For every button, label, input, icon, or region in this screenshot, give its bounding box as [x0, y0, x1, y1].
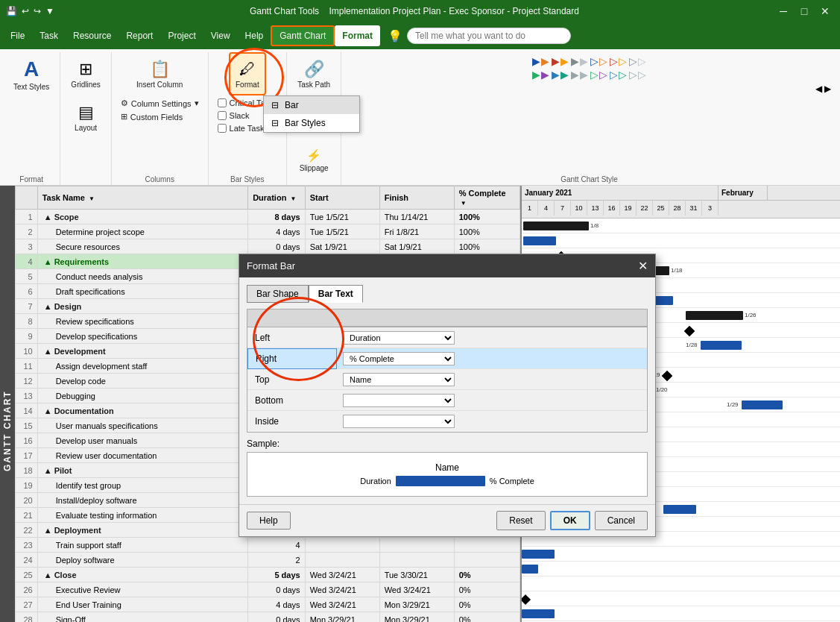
scroll-left-icon[interactable]: ◀ — [815, 84, 822, 94]
start-header[interactable]: Start — [305, 186, 379, 210]
gantt-bar[interactable] — [686, 311, 743, 320]
search-input[interactable] — [407, 28, 571, 44]
menu-gantt-chart[interactable]: Gantt Chart — [271, 25, 335, 46]
task-name-cell: Assign development staff — [37, 359, 247, 374]
row-number: 10 — [16, 344, 38, 359]
late-tasks-checkbox[interactable] — [218, 124, 227, 133]
gantt-chart-row — [522, 606, 840, 621]
style-set-6[interactable]: ▷ ▷ ▷ ▷ — [629, 55, 646, 81]
table-row[interactable]: 24Deploy software2 — [16, 553, 520, 568]
menu-resource[interactable]: Resource — [66, 25, 119, 46]
close-button[interactable]: ✕ — [816, 4, 834, 19]
finish-cell: Mon 3/29/21 — [379, 597, 454, 612]
task-name-cell: Determine project scope — [37, 224, 247, 239]
menu-help[interactable]: Help — [238, 25, 271, 46]
gantt-chart-row — [522, 577, 840, 591]
custom-fields-button[interactable]: ⊞ Custom Fields — [118, 110, 202, 123]
gantt-bar[interactable] — [663, 505, 696, 514]
style-set-3[interactable]: ▶ ▶ ▶ ▶ — [571, 55, 588, 81]
format-bar-dialog[interactable]: Format Bar ✕ Bar Shape Bar Text Left Dur… — [239, 254, 656, 537]
quick-access-more[interactable]: ▼ — [45, 6, 54, 16]
duration-header[interactable]: Duration ▼ — [248, 186, 305, 210]
undo-icon[interactable]: ↩ — [22, 6, 29, 16]
field-left-select[interactable]: Duration Name % Complete Start Finish — [343, 331, 455, 345]
row-number: 18 — [16, 463, 38, 478]
insert-col-icon: 📋 — [150, 60, 170, 79]
reset-button[interactable]: Reset — [496, 511, 545, 530]
task-name-cell: ▲ Deployment — [37, 523, 247, 538]
gantt-bar[interactable] — [523, 222, 589, 230]
gantt-bar[interactable] — [742, 400, 783, 409]
bar-text-tab[interactable]: Bar Text — [309, 285, 363, 303]
scroll-right-icon[interactable]: ▶ — [824, 84, 831, 94]
complete-cell: 0% — [454, 582, 520, 597]
slack-checkbox[interactable] — [218, 111, 227, 120]
dropdown-bar-styles-item[interactable]: ⊟ Bar Styles — [264, 114, 359, 132]
gantt-bar[interactable] — [523, 236, 556, 245]
field-right-select[interactable]: % Complete Name Duration Start Finish — [343, 352, 455, 365]
bar-shape-tab[interactable]: Bar Shape — [247, 285, 309, 303]
table-row[interactable]: 26Executive Review0 daysWed 3/24/21Wed 3… — [16, 582, 520, 597]
task-name-cell: Sign-Off — [37, 612, 247, 623]
critical-tasks-checkbox[interactable] — [218, 98, 227, 107]
position-inside[interactable]: Inside — [247, 411, 337, 432]
format-button[interactable]: 🖊 Format — [229, 52, 266, 95]
menu-task[interactable]: Task — [32, 25, 66, 46]
gridlines-button[interactable]: ⊞ Gridlines — [66, 52, 104, 95]
dropdown-bar-item[interactable]: ⊟ Bar — [264, 96, 359, 114]
gantt-bar[interactable] — [522, 565, 538, 574]
gantt-bar[interactable] — [701, 341, 742, 350]
table-row[interactable]: 1▲ Scope8 daysTue 1/5/21Thu 1/14/21100% — [16, 210, 520, 224]
column-settings-button[interactable]: ⚙ Column Settings ▾ — [118, 97, 202, 110]
table-row[interactable]: 25▲ Close5 daysWed 3/24/21Tue 3/30/210% — [16, 568, 520, 582]
task-name-cell: Identify test group — [37, 478, 247, 493]
redo-icon[interactable]: ↪ — [34, 6, 41, 16]
dialog-close-button[interactable]: ✕ — [638, 259, 648, 273]
table-row[interactable]: 23Train support staff4 — [16, 538, 520, 553]
menu-project[interactable]: Project — [160, 25, 203, 46]
layout-button[interactable]: ▤ Layout — [67, 95, 104, 139]
task-name-header[interactable]: Task Name ▼ — [37, 186, 247, 210]
menu-report[interactable]: Report — [119, 25, 160, 46]
position-right[interactable]: Right — [247, 348, 337, 369]
style-set-1[interactable]: ▶ ▶ ▶ ▶ — [532, 55, 549, 81]
position-left[interactable]: Left — [247, 327, 337, 348]
position-top[interactable]: Top — [247, 369, 337, 390]
style-set-2[interactable]: ▶ ▶ ▶ ▶ — [552, 55, 569, 81]
complete-header[interactable]: % Complete ▼ — [454, 186, 520, 210]
field-inside-select[interactable]: Duration Name — [343, 415, 455, 428]
maximize-button[interactable]: □ — [795, 4, 813, 19]
menu-file[interactable]: File — [3, 25, 32, 46]
insert-column-button[interactable]: 📋 Insert Column — [132, 52, 187, 95]
help-button[interactable]: Help — [247, 512, 291, 530]
window-controls: ─ □ ✕ — [774, 4, 834, 19]
finish-header[interactable]: Finish — [379, 186, 454, 210]
gantt-day-16: 16 — [604, 201, 620, 216]
table-row[interactable]: 3Secure resources0 daysSat 1/9/21Sat 1/9… — [16, 239, 520, 254]
table-row[interactable]: 2Determine project scope4 daysTue 1/5/21… — [16, 224, 520, 239]
position-bottom[interactable]: Bottom — [247, 390, 337, 411]
complete-cell: 100% — [454, 224, 520, 239]
minimize-button[interactable]: ─ — [774, 4, 792, 19]
slippage-button[interactable]: ⚡ Slippage — [295, 139, 333, 182]
style-set-4[interactable]: ▷ ▷ ▷ ▷ — [590, 55, 607, 81]
table-row[interactable]: 27End User Training4 daysWed 3/24/21Mon … — [16, 597, 520, 612]
duration-cell: 4 days — [248, 224, 305, 239]
gantt-bar[interactable] — [522, 550, 555, 559]
format-label: Format — [236, 81, 259, 89]
gantt-bar[interactable] — [522, 609, 555, 618]
style-set-5[interactable]: ▷ ▷ ▷ ▷ — [610, 55, 627, 81]
cancel-button[interactable]: Cancel — [595, 511, 648, 530]
format-dropdown-menu: ⊟ Bar ⊟ Bar Styles — [263, 95, 360, 133]
menu-format[interactable]: Format — [335, 25, 380, 46]
layout-label: Layout — [75, 124, 97, 132]
text-styles-button[interactable]: A Text Styles — [9, 52, 54, 95]
menu-view[interactable]: View — [203, 25, 238, 46]
gantt-header: January 2021 February 1 4 7 10 13 16 19 … — [522, 186, 840, 219]
ok-button[interactable]: OK — [550, 511, 590, 530]
field-bottom-select[interactable]: Duration Name — [343, 394, 455, 407]
table-row[interactable]: 28Sign-Off0 daysMon 3/29/21Mon 3/29/210% — [16, 612, 520, 623]
field-top-select[interactable]: Name Duration % Complete Start Finish — [343, 373, 455, 386]
save-icon[interactable]: 💾 — [6, 6, 17, 16]
task-path-button[interactable]: 🔗 Task Path — [293, 52, 335, 95]
